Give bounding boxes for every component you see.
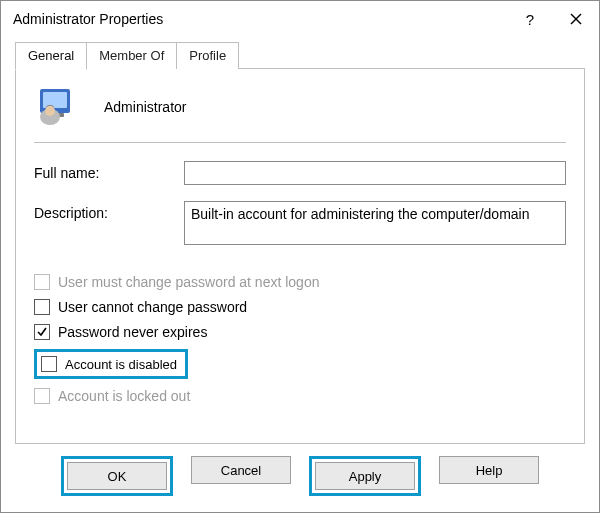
cancel-button[interactable]: Cancel xyxy=(191,456,291,484)
checkbox-box[interactable] xyxy=(34,324,50,340)
checkbox-label: Account is disabled xyxy=(65,357,177,372)
tab-member-of[interactable]: Member Of xyxy=(86,42,177,69)
tab-page-general: Administrator Full name: Description: Us… xyxy=(15,68,585,444)
ok-button[interactable]: OK xyxy=(67,462,167,490)
svg-point-6 xyxy=(45,106,55,116)
help-button[interactable]: Help xyxy=(439,456,539,484)
description-label: Description: xyxy=(34,201,184,221)
tab-strip: General Member Of Profile xyxy=(15,41,585,69)
row-full-name: Full name: xyxy=(34,161,566,185)
checkbox-account-is-disabled[interactable]: Account is disabled xyxy=(34,349,188,379)
checkbox-box[interactable] xyxy=(41,356,57,372)
checkbox-group: User must change password at next logon … xyxy=(34,265,566,413)
checkbox-must-change-password: User must change password at next logon xyxy=(34,274,566,290)
description-input[interactable] xyxy=(184,201,566,245)
checkbox-box[interactable] xyxy=(34,299,50,315)
row-description: Description: xyxy=(34,201,566,245)
checkbox-account-locked-out: Account is locked out xyxy=(34,388,566,404)
account-header: Administrator xyxy=(34,81,566,140)
checkbox-password-never-expires[interactable]: Password never expires xyxy=(34,324,566,340)
dialog-window: Administrator Properties ? General Membe… xyxy=(0,0,600,513)
context-help-button[interactable]: ? xyxy=(507,1,553,37)
checkbox-label: User cannot change password xyxy=(58,299,247,315)
apply-button[interactable]: Apply xyxy=(315,462,415,490)
svg-rect-3 xyxy=(43,92,67,108)
checkbox-cannot-change-password[interactable]: User cannot change password xyxy=(34,299,566,315)
close-icon xyxy=(570,13,582,25)
window-title: Administrator Properties xyxy=(13,11,507,27)
highlight-apply: Apply xyxy=(309,456,421,496)
checkbox-box xyxy=(34,388,50,404)
button-bar: OK Cancel Apply Help xyxy=(15,444,585,500)
titlebar: Administrator Properties ? xyxy=(1,1,599,37)
full-name-label: Full name: xyxy=(34,161,184,181)
dialog-body: General Member Of Profile Administrator xyxy=(1,37,599,512)
divider xyxy=(34,142,566,143)
highlight-ok: OK xyxy=(61,456,173,496)
tab-profile[interactable]: Profile xyxy=(176,42,239,69)
account-name: Administrator xyxy=(104,99,186,115)
checkbox-label: User must change password at next logon xyxy=(58,274,319,290)
checkbox-label: Account is locked out xyxy=(58,388,190,404)
checkbox-label: Password never expires xyxy=(58,324,207,340)
tab-general[interactable]: General xyxy=(15,42,87,70)
full-name-input[interactable] xyxy=(184,161,566,185)
check-icon xyxy=(36,326,48,338)
user-icon xyxy=(36,83,80,130)
close-button[interactable] xyxy=(553,1,599,37)
checkbox-box xyxy=(34,274,50,290)
